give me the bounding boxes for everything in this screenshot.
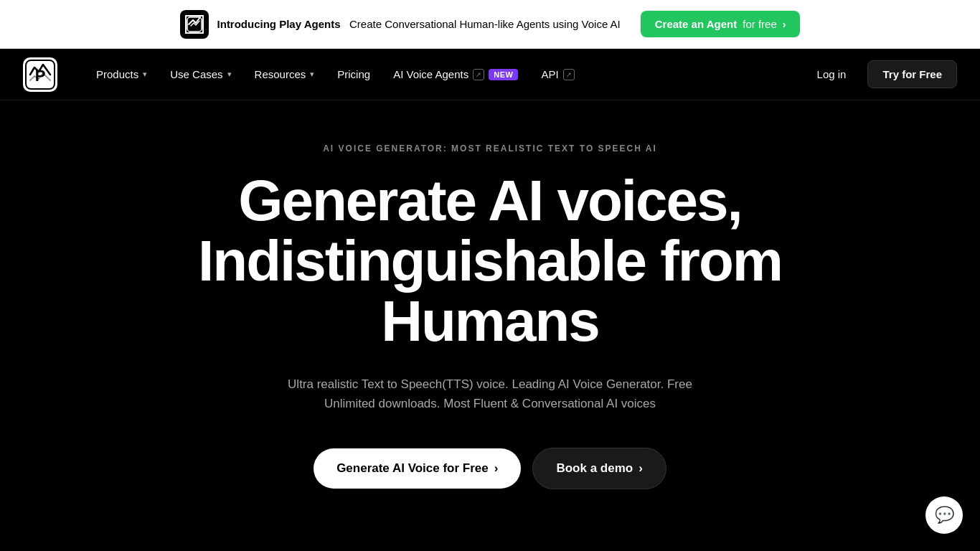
book-demo-label: Book a demo [556, 461, 633, 476]
nav-api[interactable]: API ↗ [531, 62, 584, 86]
hero-subtitle-line2: Unlimited downloads. Most Fluent & Conve… [324, 397, 656, 410]
create-agent-label: Create an Agent [655, 18, 737, 30]
svg-text:P: P [35, 66, 46, 84]
hero-section: AI VOICE GENERATOR: MOST REALISTIC TEXT … [0, 100, 980, 547]
generate-btn-label: Generate AI Voice for Free [336, 461, 489, 476]
nav-resources-label: Resources [255, 68, 306, 80]
chat-bubble-button[interactable]: 💬 [925, 496, 963, 534]
hero-subtitle: Ultra realistic Text to Speech(TTS) voic… [288, 375, 692, 413]
new-badge: NEW [489, 69, 518, 80]
book-demo-button[interactable]: Book a demo › [532, 448, 666, 489]
chat-icon: 💬 [935, 506, 954, 524]
nav-api-label: API [541, 68, 558, 80]
announcement-logo-icon [180, 10, 209, 39]
ai-voice-external-link-icon: ↗ [473, 69, 484, 80]
announcement-text: Introducing Play Agents Create Conversat… [217, 18, 621, 30]
login-button[interactable]: Log in [807, 62, 857, 86]
create-agent-button[interactable]: Create an Agent for free › [641, 11, 801, 37]
hero-title-line1: Generate AI voices, [238, 169, 742, 232]
nav-ai-voice-label: AI Voice Agents [393, 68, 468, 80]
logo-icon: P [23, 57, 57, 92]
hero-label: AI VOICE GENERATOR: MOST REALISTIC TEXT … [323, 143, 657, 154]
hero-subtitle-line1: Ultra realistic Text to Speech(TTS) voic… [288, 377, 692, 391]
nav-items: Products ▾ Use Cases ▾ Resources ▾ Prici… [86, 62, 807, 86]
book-demo-arrow-icon: › [639, 461, 643, 476]
nav-products[interactable]: Products ▾ [86, 62, 157, 86]
announcement-description: Create Conversational Human-like Agents … [349, 18, 621, 30]
nav-resources[interactable]: Resources ▾ [245, 62, 325, 86]
nav-pricing[interactable]: Pricing [327, 62, 380, 86]
nav-right: Log in Try for Free [807, 60, 957, 88]
announcement-banner: Introducing Play Agents Create Conversat… [0, 0, 980, 49]
login-label: Log in [817, 68, 847, 80]
create-agent-arrow-icon: › [783, 19, 786, 30]
generate-ai-voice-button[interactable]: Generate AI Voice for Free › [314, 448, 521, 489]
announcement-intro: Introducing Play Agents [217, 18, 341, 30]
api-external-link-icon: ↗ [563, 69, 575, 80]
resources-chevron-icon: ▾ [310, 70, 314, 79]
hero-title: Generate AI voices, Indistinguishable fr… [198, 171, 782, 352]
nav-use-cases[interactable]: Use Cases ▾ [160, 62, 241, 86]
hero-title-line3: Humans [381, 289, 599, 353]
products-chevron-icon: ▾ [143, 70, 147, 79]
nav-logo[interactable]: P [23, 57, 57, 92]
hero-title-line2: Indistinguishable from [198, 229, 782, 293]
try-free-label: Try for Free [882, 68, 942, 80]
main-navigation: P Products ▾ Use Cases ▾ Resources ▾ Pri… [0, 49, 980, 100]
nav-use-cases-label: Use Cases [170, 68, 222, 80]
hero-buttons: Generate AI Voice for Free › Book a demo… [314, 448, 666, 489]
nav-products-label: Products [96, 68, 138, 80]
try-for-free-button[interactable]: Try for Free [867, 60, 957, 88]
use-cases-chevron-icon: ▾ [227, 70, 232, 79]
generate-btn-arrow-icon: › [494, 461, 499, 476]
nav-pricing-label: Pricing [337, 68, 370, 80]
nav-ai-voice-agents[interactable]: AI Voice Agents ↗ NEW [383, 62, 528, 86]
create-agent-suffix: for free [743, 18, 777, 30]
